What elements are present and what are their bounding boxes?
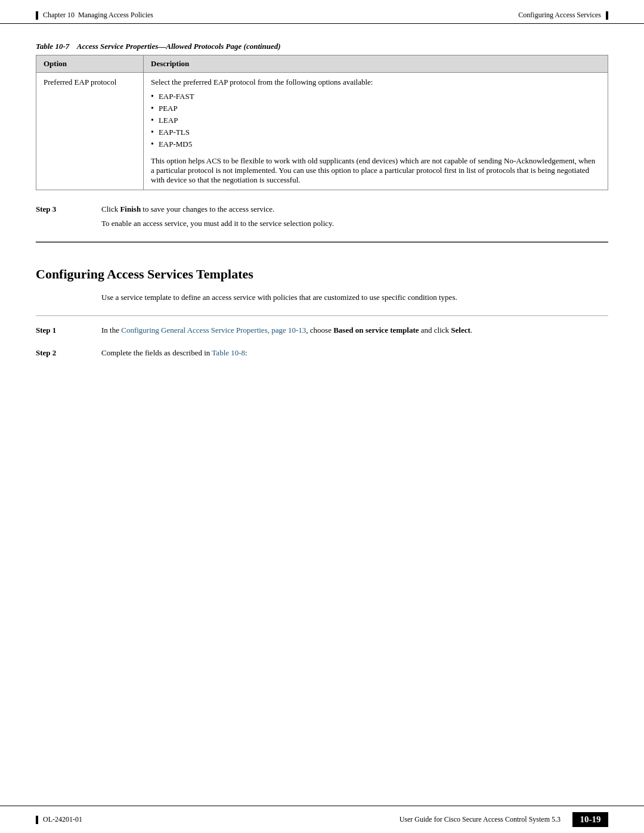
footer-page-number: 10-19 (572, 812, 608, 827)
col-header-option: Option (36, 55, 144, 73)
section-step-2-content: Complete the fields as described in Tabl… (101, 348, 608, 363)
select-bold: Select (451, 326, 470, 335)
section-step-1-block: Step 1 In the Configuring General Access… (36, 326, 608, 340)
configuring-general-link[interactable]: Configuring General Access Service Prope… (121, 326, 306, 335)
allowed-protocols-table: Option Description Preferred EAP protoco… (36, 55, 608, 190)
chapter-label: Chapter 10 (43, 11, 75, 20)
table-row: Preferred EAP protocol Select the prefer… (36, 73, 608, 190)
list-item: PEAP (151, 103, 600, 114)
col-header-description: Description (144, 55, 608, 73)
steps-divider (36, 315, 608, 316)
list-item: EAP-MD5 (151, 138, 600, 150)
table-number: Table 10-7 (36, 42, 69, 51)
desc-body: This option helps ACS to be flexible to … (151, 156, 595, 184)
section-divider (36, 241, 608, 243)
page-header: Chapter 10 Managing Access Policies Conf… (0, 0, 644, 24)
footer-guide-title: User Guide for Cisco Secure Access Contr… (400, 815, 561, 823)
header-left-bar (36, 11, 38, 20)
table-10-8-link[interactable]: Table 10-8 (212, 348, 245, 357)
header-left: Chapter 10 Managing Access Policies (36, 11, 153, 20)
section-step-2-block: Step 2 Complete the fields as described … (36, 348, 608, 363)
desc-intro: Select the preferred EAP protocol from t… (151, 78, 373, 86)
table-caption: Table 10-7 Access Service Properties—All… (36, 42, 608, 51)
description-cell: Select the preferred EAP protocol from t… (144, 73, 608, 190)
finish-bold: Finish (120, 205, 141, 213)
footer-bar (36, 816, 38, 824)
footer-center: User Guide for Cisco Secure Access Contr… (82, 815, 561, 824)
header-right: Configuring Access Services (518, 11, 608, 20)
list-item: LEAP (151, 114, 600, 126)
header-right-title: Configuring Access Services (518, 11, 601, 20)
section-step-2-label: Step 2 (36, 348, 101, 363)
footer-left: OL-24201-01 (36, 815, 82, 824)
section-step-1-content: In the Configuring General Access Servic… (101, 326, 608, 340)
step-3-note: To enable an access service, you must ad… (101, 219, 608, 228)
step-3-block: Step 3 Click Finish to save your changes… (36, 205, 608, 233)
page-footer: OL-24201-01 User Guide for Cisco Secure … (0, 806, 644, 833)
main-content: Table 10-7 Access Service Properties—All… (0, 24, 644, 407)
section-step-1-text: In the Configuring General Access Servic… (101, 326, 608, 335)
option-cell: Preferred EAP protocol (36, 73, 144, 190)
based-on-service-bold: Based on service template (333, 326, 419, 335)
step-3-label: Step 3 (36, 205, 101, 233)
section-step-1-label: Step 1 (36, 326, 101, 340)
section-step-2-text: Complete the fields as described in Tabl… (101, 348, 608, 358)
eap-protocols-list: EAP-FAST PEAP LEAP EAP-TLS EAP-MD5 (151, 91, 600, 150)
header-right-bar (606, 11, 608, 20)
list-item: EAP-TLS (151, 126, 600, 138)
step-3-content: Click Finish to save your changes to the… (101, 205, 608, 233)
section-heading: Configuring Access Services Templates (36, 261, 608, 282)
section-intro: Use a service template to define an acce… (101, 292, 608, 304)
footer-doc-number: OL-24201-01 (43, 815, 82, 824)
chapter-title: Managing Access Policies (78, 11, 153, 20)
list-item: EAP-FAST (151, 91, 600, 103)
step-3-text: Click Finish to save your changes to the… (101, 205, 608, 214)
table-caption-title: Access Service Properties—Allowed Protoc… (77, 42, 281, 51)
